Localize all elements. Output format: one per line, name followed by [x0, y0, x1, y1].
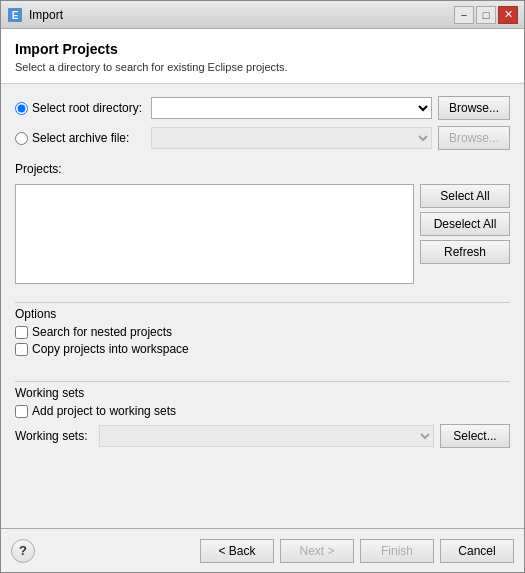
add-working-sets-checkbox[interactable]: [15, 405, 28, 418]
search-nested-label: Search for nested projects: [32, 325, 172, 339]
projects-buttons: Select All Deselect All Refresh: [420, 184, 510, 284]
footer-buttons: < Back Next > Finish Cancel: [200, 539, 514, 563]
footer: ? < Back Next > Finish Cancel: [1, 528, 524, 572]
back-button[interactable]: < Back: [200, 539, 274, 563]
add-working-sets-label: Add project to working sets: [32, 404, 176, 418]
archive-file-combo[interactable]: [151, 127, 432, 149]
next-button[interactable]: Next >: [280, 539, 354, 563]
refresh-button[interactable]: Refresh: [420, 240, 510, 264]
working-sets-label: Working sets: [15, 386, 510, 400]
svg-text:E: E: [12, 10, 19, 21]
help-button[interactable]: ?: [11, 539, 35, 563]
archive-file-radio-label[interactable]: Select archive file:: [15, 131, 145, 145]
working-sets-select-button[interactable]: Select...: [440, 424, 510, 448]
close-button[interactable]: ✕: [498, 6, 518, 24]
deselect-all-button[interactable]: Deselect All: [420, 212, 510, 236]
window-title: Import: [29, 8, 63, 22]
finish-button[interactable]: Finish: [360, 539, 434, 563]
search-nested-checkbox[interactable]: [15, 326, 28, 339]
archive-file-row: Select archive file: Browse...: [15, 126, 510, 150]
dialog-title: Import Projects: [15, 41, 510, 57]
dialog-subtitle: Select a directory to search for existin…: [15, 61, 510, 73]
add-working-sets-row: Add project to working sets: [15, 404, 510, 418]
archive-file-radio[interactable]: [15, 132, 28, 145]
projects-label: Projects:: [15, 162, 510, 176]
title-bar: E Import − □ ✕: [1, 1, 524, 29]
working-sets-field-label: Working sets:: [15, 429, 93, 443]
working-sets-section: Working sets Add project to working sets…: [15, 373, 510, 448]
window: E Import − □ ✕ Import Projects Select a …: [0, 0, 525, 573]
projects-area: Select All Deselect All Refresh: [15, 184, 510, 284]
maximize-button[interactable]: □: [476, 6, 496, 24]
search-nested-row: Search for nested projects: [15, 325, 510, 339]
working-sets-combo[interactable]: [99, 425, 434, 447]
root-directory-radio-label[interactable]: Select root directory:: [15, 101, 145, 115]
copy-projects-row: Copy projects into workspace: [15, 342, 510, 356]
header-section: Import Projects Select a directory to se…: [1, 29, 524, 84]
select-all-button[interactable]: Select All: [420, 184, 510, 208]
copy-projects-label: Copy projects into workspace: [32, 342, 189, 356]
content: Import Projects Select a directory to se…: [1, 29, 524, 528]
root-directory-combo[interactable]: [151, 97, 432, 119]
browse-archive-button[interactable]: Browse...: [438, 126, 510, 150]
working-sets-select-row: Working sets: Select...: [15, 424, 510, 448]
cancel-button[interactable]: Cancel: [440, 539, 514, 563]
body-section: Select root directory: Browse... Select …: [1, 84, 524, 528]
options-label: Options: [15, 307, 510, 321]
root-directory-row: Select root directory: Browse...: [15, 96, 510, 120]
projects-list[interactable]: [15, 184, 414, 284]
minimize-button[interactable]: −: [454, 6, 474, 24]
options-section: Options Search for nested projects Copy …: [15, 294, 510, 359]
browse-root-button[interactable]: Browse...: [438, 96, 510, 120]
copy-projects-checkbox[interactable]: [15, 343, 28, 356]
root-directory-radio[interactable]: [15, 102, 28, 115]
window-icon: E: [7, 7, 23, 23]
